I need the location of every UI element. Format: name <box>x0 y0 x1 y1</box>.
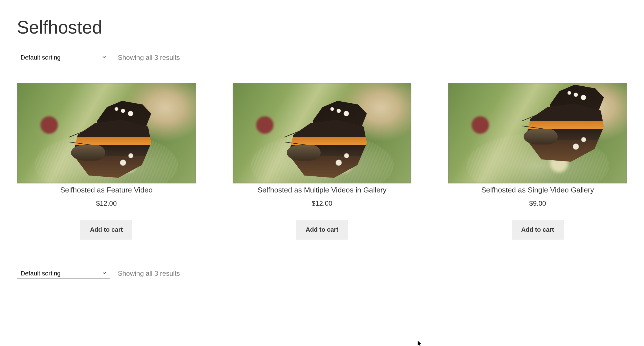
product-grid: Selfhosted as Feature Video $12.00 Add t… <box>17 83 627 240</box>
sort-select-wrap: Default sorting <box>17 268 110 279</box>
product-title[interactable]: Selfhosted as Single Video Gallery <box>481 186 594 194</box>
product-card[interactable]: Selfhosted as Single Video Gallery $9.00… <box>448 83 627 240</box>
product-image[interactable] <box>17 83 196 183</box>
toolbar-top: Default sorting Showing all 3 results <box>17 52 627 63</box>
add-to-cart-button[interactable]: Add to cart <box>80 220 132 240</box>
sort-select-wrap: Default sorting <box>17 52 110 63</box>
product-title[interactable]: Selfhosted as Multiple Videos in Gallery <box>257 186 387 194</box>
product-price: $9.00 <box>529 200 546 207</box>
product-title[interactable]: Selfhosted as Feature Video <box>60 186 153 194</box>
product-card[interactable]: Selfhosted as Feature Video $12.00 Add t… <box>17 83 196 240</box>
page-title: Selfhosted <box>17 17 627 38</box>
product-card[interactable]: Selfhosted as Multiple Videos in Gallery… <box>233 83 412 240</box>
product-image[interactable] <box>233 83 412 183</box>
product-price: $12.00 <box>312 200 332 207</box>
result-count: Showing all 3 results <box>118 54 180 62</box>
sort-select[interactable]: Default sorting <box>17 268 110 279</box>
add-to-cart-button[interactable]: Add to cart <box>296 220 348 240</box>
product-image[interactable] <box>448 83 627 183</box>
product-price: $12.00 <box>96 200 117 207</box>
sort-select[interactable]: Default sorting <box>17 52 110 63</box>
add-to-cart-button[interactable]: Add to cart <box>512 220 564 240</box>
result-count: Showing all 3 results <box>118 270 180 277</box>
toolbar-bottom: Default sorting Showing all 3 results <box>17 268 627 279</box>
